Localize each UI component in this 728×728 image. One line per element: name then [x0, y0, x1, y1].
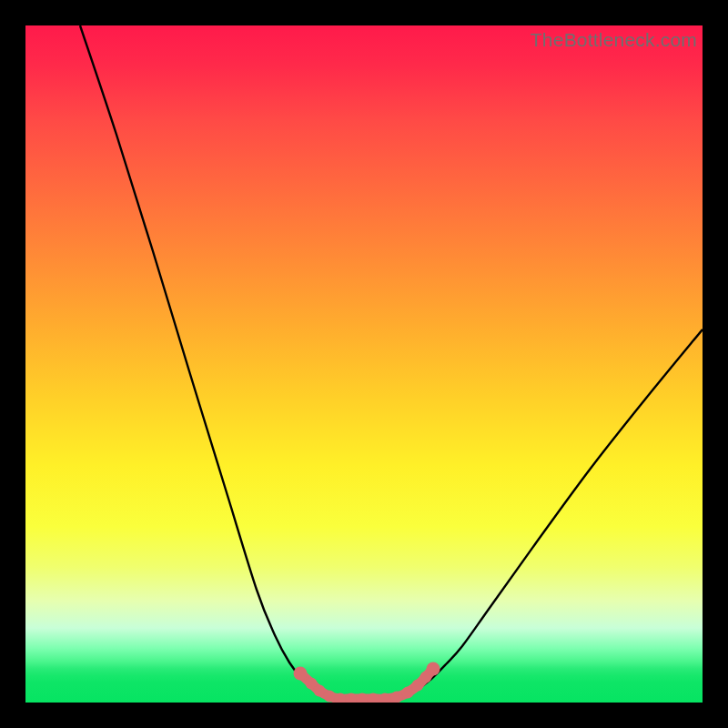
trough-dot: [294, 667, 308, 681]
trough-dot: [391, 692, 403, 703]
curve-left: [80, 25, 329, 697]
trough-dot: [402, 687, 414, 699]
chart-overlay-svg: [25, 25, 703, 703]
chart-frame: TheBottleneck.com: [0, 0, 728, 728]
trough-dot: [324, 691, 336, 703]
trough-dots-group: [294, 662, 440, 703]
trough-dot: [427, 662, 440, 676]
curve-right: [404, 329, 703, 697]
trough-dot: [314, 685, 326, 697]
chart-plot-area: TheBottleneck.com: [25, 25, 703, 703]
